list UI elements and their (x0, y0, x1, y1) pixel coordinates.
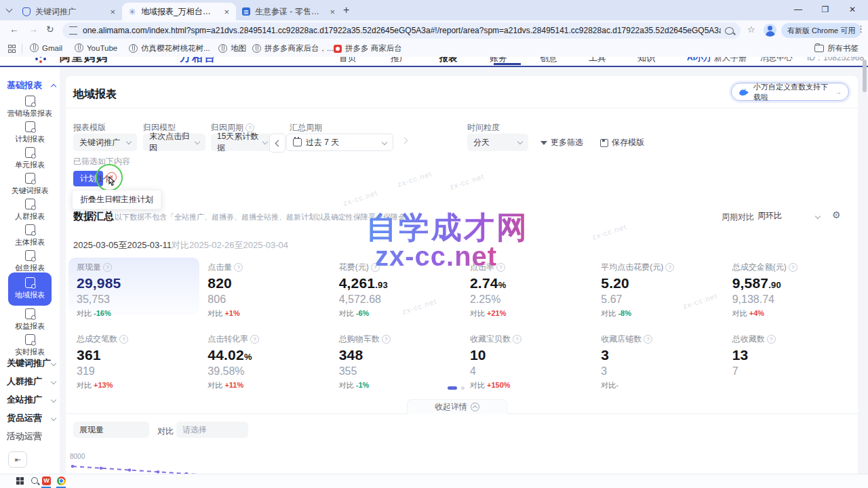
metric-card-cvr[interactable]: 点击转化率 44.02% 39.58% 对比 +11% (199, 329, 330, 386)
metric-card-gmv[interactable]: 总成交金额(元) 9,587.90 9,138.74 对比 +4% (724, 258, 855, 314)
chevron-down-icon (517, 139, 523, 144)
sidebar-collapse-button[interactable]: ⇤ (8, 451, 27, 468)
forward-button[interactable]: → (28, 24, 38, 35)
metric-card-orders[interactable]: 总成交笔数 361 319 对比 +13% (68, 329, 199, 386)
ai-xiaowan-link[interactable]: AI小万 (687, 57, 711, 64)
sidebar-item-region-report-active[interactable]: 地域报表 (8, 272, 52, 306)
gear-icon[interactable]: ⚙ (832, 209, 841, 220)
sidebar-item-unit-report[interactable]: 单元报表 (0, 147, 60, 170)
tab-close-icon[interactable]: × (108, 7, 117, 17)
alimama-logo-icon (35, 57, 46, 64)
report-icon (25, 147, 35, 158)
chevron-down-icon (126, 139, 132, 144)
chart-compare-select[interactable]: 请选择 (176, 422, 248, 438)
metric-card-shop-favorites[interactable]: 收藏店铺数 3 3 对比- (593, 329, 724, 386)
nav-tools[interactable]: 工具 (589, 57, 606, 64)
bookmark-gmail[interactable]: Gmail (30, 43, 62, 52)
all-bookmarks-button[interactable]: 所有书签 (814, 43, 859, 54)
dot-active[interactable] (448, 386, 457, 390)
tab-search-icon[interactable] (6, 6, 13, 13)
url-text[interactable]: one.alimama.com/index.html?spm=a21dvs.28… (83, 26, 721, 35)
profile-avatar[interactable] (764, 24, 776, 37)
bookmark-star-icon[interactable]: ☆ (747, 24, 755, 35)
sidebar-item-audience-report[interactable]: 人群报表 (0, 199, 60, 222)
newbie-guide-link[interactable]: 新人手册 (714, 57, 747, 64)
message-center-link[interactable]: 消息中心 (760, 57, 793, 64)
collapse-details-button[interactable]: 收起详情 (407, 399, 507, 414)
dot[interactable] (461, 386, 465, 390)
site-info-icon[interactable] (69, 26, 77, 35)
chart-metric-select[interactable]: 展现量 (73, 422, 149, 438)
bookmark-item[interactable]: 仿真樱花树桃花树... (129, 43, 210, 54)
summary-title: 数据汇总 (73, 210, 114, 223)
more-filters-button[interactable]: 更多筛选 (540, 137, 583, 148)
sidebar-group-audience-promo[interactable]: 人群推广 (7, 375, 56, 388)
reload-button[interactable]: ↻ (46, 24, 54, 35)
sidebar-group-activity-ops[interactable]: 活动运营 (7, 430, 56, 443)
date-range-picker[interactable]: 过去 7 天 (286, 134, 393, 151)
window-minimize-button[interactable]: — (787, 1, 810, 18)
xiaowan-download-banner[interactable]: 小万自定义查数支持下载啦 → (731, 83, 849, 101)
address-bar[interactable]: one.alimama.com/index.html?spm=a21dvs.28… (62, 22, 741, 39)
nav-report-active[interactable]: 报表 (439, 57, 457, 64)
sidebar-group-goods-ops[interactable]: 货品运营 (7, 412, 56, 424)
browser-menu-icon[interactable]: ⋮ (856, 24, 865, 34)
save-template-button[interactable]: 保存模版 (600, 137, 644, 148)
tab-close-icon[interactable]: × (328, 7, 336, 17)
sidebar-section-basic-reports[interactable]: 基础报表 (7, 79, 56, 92)
sidebar-item-rights-report[interactable]: 权益报表 (0, 308, 60, 331)
carousel-dots[interactable] (448, 386, 465, 390)
sidebar-item-keyword-report[interactable]: 关键词报表 (0, 173, 60, 196)
sidebar-item-marketing-scene-report[interactable]: 营销场景报表 (0, 96, 60, 119)
metric-card-total-favorites[interactable]: 总收藏数 13 7 (724, 329, 855, 386)
banner-text: 小万自定义查数支持下载啦 (753, 82, 835, 102)
metric-card-item-favorites[interactable]: 收藏宝贝数 10 4 对比 +150% (462, 329, 593, 386)
metric-card-impressions[interactable]: 展现量 29,985 35,753 对比 -16% (68, 258, 199, 314)
attribution-model-select[interactable]: 末次点击归因 (143, 134, 205, 151)
sidebar-group-keyword-promo[interactable]: 关键词推广 (7, 357, 56, 369)
scrollbar-thumb[interactable] (863, 60, 867, 92)
compare-select[interactable]: 周环比 (757, 210, 820, 222)
browser-tab-3[interactable]: ▥ 生意参谋 - 零售电商大数据产 × (236, 3, 342, 20)
taskbar-search-icon[interactable] (31, 477, 38, 484)
chrome-icon[interactable] (57, 476, 66, 485)
wps-icon[interactable]: W (42, 476, 51, 485)
sidebar-item-plan-report[interactable]: 计划报表 (0, 121, 60, 144)
metric-card-carts[interactable]: 总购物车数 348 355 对比 -1% (331, 329, 462, 386)
new-tab-button[interactable]: + (343, 4, 349, 16)
window-close-button[interactable]: ✕ (841, 1, 864, 18)
bookmark-pdd-2[interactable]: 拼多多 商家后台 (334, 43, 402, 54)
sidebar-group-sitewide-promo[interactable]: 全站推广 (7, 394, 56, 406)
zoom-icon[interactable] (725, 27, 734, 35)
windows-start-icon[interactable] (16, 477, 24, 485)
granularity-select[interactable]: 分天 (467, 134, 528, 151)
nav-creative[interactable]: 创意 (540, 57, 557, 64)
apps-grid-icon[interactable] (8, 45, 16, 52)
attribution-period-select[interactable]: 15天累计数据 (211, 134, 273, 151)
sidebar-item-subject-report[interactable]: 主体报表 (0, 224, 60, 247)
next-period-button[interactable] (401, 138, 408, 144)
template-select[interactable]: 关键词推广 (73, 134, 137, 151)
back-button[interactable]: ← (9, 24, 19, 35)
product-name[interactable]: 万相台 (180, 57, 216, 65)
bookmark-youtube[interactable]: YouTube (75, 43, 117, 52)
metric-card-clicks[interactable]: 点击量 820 806 对比 +1% (199, 258, 330, 314)
browser-tab-1[interactable]: 关键词推广 × (16, 3, 122, 20)
prev-period-button[interactable] (269, 134, 285, 152)
sidebar-item-creative-report[interactable]: 创意报表 (0, 250, 60, 273)
collapse-up-icon (471, 403, 479, 411)
metric-card-avg-cpc[interactable]: 平均点击花费(元) 5.20 5.67 对比 -8% (593, 258, 724, 314)
chrome-update-chip[interactable]: 有新版 Chrome 可用 (781, 23, 861, 38)
window-maximize-button[interactable]: ❐ (814, 1, 837, 18)
watermark-site-url: zx-cc.net (375, 241, 497, 272)
chart-compare-label: 对比 (157, 426, 174, 437)
browser-toolbar: ← → ↻ one.alimama.com/index.html?spm=a21… (0, 20, 868, 41)
bookmark-map[interactable]: 地图 (218, 43, 246, 54)
sidebar-item-realtime-report[interactable]: 实时报表 (0, 334, 60, 357)
browser-tab-2-active[interactable]: ✳ 地域报表_万相台无界版 × (122, 3, 236, 20)
nav-knowledge[interactable]: 知识 (637, 57, 655, 64)
nav-promotion[interactable]: 推广 (391, 57, 408, 64)
tab-close-icon[interactable]: × (222, 7, 231, 17)
nav-home[interactable]: 首页 (339, 57, 357, 64)
bookmark-pdd-1[interactable]: 拼多多商家后台，... (252, 43, 334, 54)
